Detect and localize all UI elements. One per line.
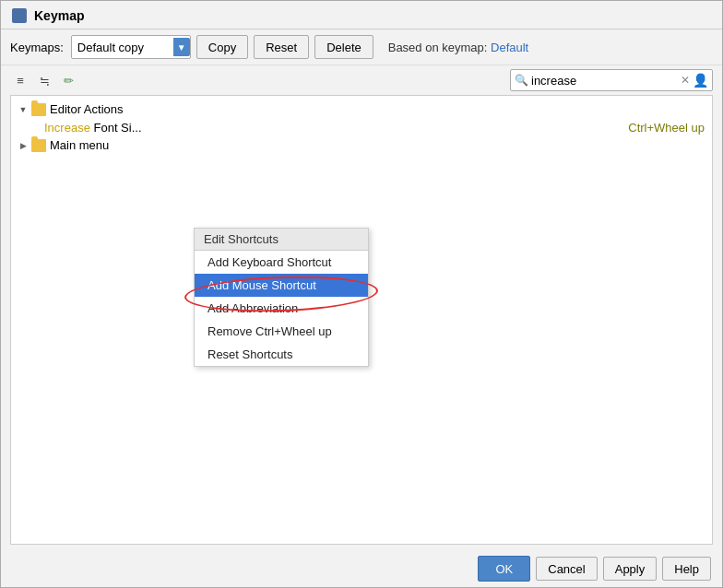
edit-icon: ✏ xyxy=(64,74,74,88)
cancel-button[interactable]: Cancel xyxy=(536,557,597,581)
increase-text: Increase Font Si... xyxy=(44,121,142,135)
help-button[interactable]: Help xyxy=(662,557,711,581)
based-on-link[interactable]: Default xyxy=(491,41,528,54)
edit-btn[interactable]: ✏ xyxy=(58,70,78,90)
context-menu-item-remove-shortcut[interactable]: Remove Ctrl+Wheel up xyxy=(195,320,368,343)
context-menu-item-add-keyboard[interactable]: Add Keyboard Shortcut xyxy=(195,251,368,274)
title-bar: Keymap xyxy=(1,1,722,29)
collapse-icon: ≒ xyxy=(40,74,50,88)
keymap-select[interactable]: Default copy ▼ xyxy=(71,35,191,59)
keymap-dialog: Keymap Keymaps: Default copy ▼ Copy Rese… xyxy=(0,0,723,588)
copy-button[interactable]: Copy xyxy=(196,35,248,59)
context-menu-item-add-mouse[interactable]: Add Mouse Shortcut xyxy=(195,274,368,297)
search-icon: 🔍 xyxy=(515,74,528,87)
increase-row[interactable]: Increase Font Si... Ctrl+Wheel up xyxy=(11,119,712,136)
search-input[interactable] xyxy=(531,74,679,88)
ok-button[interactable]: OK xyxy=(478,556,530,582)
increase-shortcut: Ctrl+Wheel up xyxy=(628,121,705,135)
search-scope-icon[interactable]: 👤 xyxy=(693,73,708,88)
editor-actions-label: Editor Actions xyxy=(50,102,124,116)
context-menu-item-add-abbreviation[interactable]: Add Abbreviation xyxy=(195,297,368,320)
keymap-value: Default copy xyxy=(77,41,173,54)
editor-actions-folder-icon xyxy=(31,103,46,116)
reset-button[interactable]: Reset xyxy=(254,35,309,59)
collapse-all-btn[interactable]: ≒ xyxy=(34,70,54,90)
apply-button[interactable]: Apply xyxy=(603,557,658,581)
based-on-text: Based on keymap: Default xyxy=(388,41,529,54)
tree-area: ▼ Editor Actions Increase Font Si... Ctr… xyxy=(11,96,712,158)
dialog-title: Keymap xyxy=(34,8,84,23)
increase-highlight: Increase xyxy=(44,121,90,135)
context-menu: Edit Shortcuts Add Keyboard Shortcut Add… xyxy=(194,228,369,367)
main-menu-row[interactable]: ▶ Main menu xyxy=(11,136,712,154)
bottom-bar: OK Cancel Apply Help xyxy=(1,550,722,587)
toolbar-row: Keymaps: Default copy ▼ Copy Reset Delet… xyxy=(1,29,722,65)
search-box: 🔍 ✕ 👤 xyxy=(510,69,713,91)
editor-actions-arrow: ▼ xyxy=(17,103,30,116)
search-clear-icon[interactable]: ✕ xyxy=(681,74,690,87)
dialog-icon xyxy=(12,8,27,23)
main-menu-arrow: ▶ xyxy=(17,139,30,152)
expand-icon: ≡ xyxy=(17,74,24,88)
action-bar: ≡ ≒ ✏ 🔍 ✕ 👤 xyxy=(1,65,722,95)
main-menu-folder-icon xyxy=(31,139,46,152)
keymap-dropdown-arrow[interactable]: ▼ xyxy=(173,38,190,56)
delete-button[interactable]: Delete xyxy=(314,35,373,59)
editor-actions-header[interactable]: ▼ Editor Actions xyxy=(11,100,712,119)
editor-actions-section: ▼ Editor Actions Increase Font Si... Ctr… xyxy=(11,100,712,136)
keymaps-label: Keymaps: xyxy=(10,41,64,54)
context-menu-header: Edit Shortcuts xyxy=(195,229,368,251)
main-content: ▼ Editor Actions Increase Font Si... Ctr… xyxy=(10,95,713,545)
context-menu-item-reset-shortcuts[interactable]: Reset Shortcuts xyxy=(195,343,368,366)
expand-all-btn[interactable]: ≡ xyxy=(10,70,30,90)
main-menu-label: Main menu xyxy=(50,138,109,152)
